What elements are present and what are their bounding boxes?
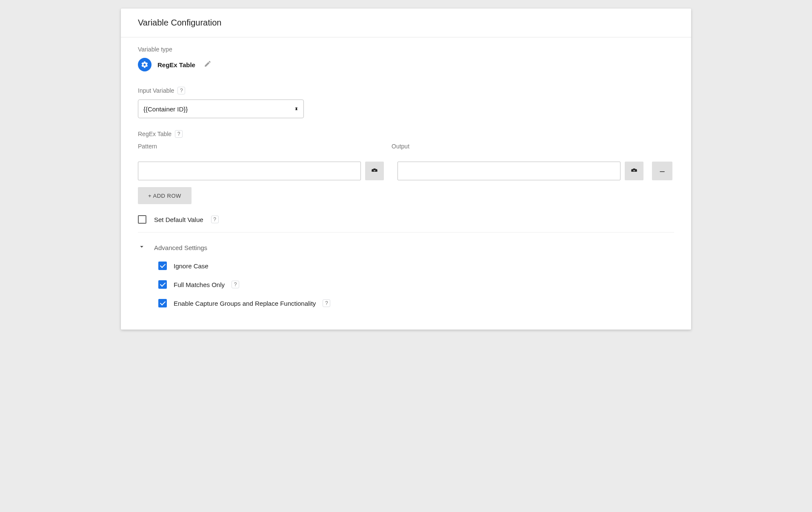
advanced-settings-toggle[interactable]: Advanced Settings [138,243,674,252]
variable-type-row: RegEx Table [138,58,674,71]
advanced-settings-title: Advanced Settings [154,244,207,251]
pattern-insert-variable-button[interactable] [365,162,384,180]
chevron-down-icon [138,243,146,252]
variable-config-card: Variable Configuration Variable type Reg… [121,9,691,330]
input-variable-value: {{Container ID}} [143,105,188,113]
set-default-value-label: Set Default Value [154,216,203,223]
regex-table-label-text: RegEx Table [138,131,172,137]
input-variable-label: Input Variable ? [138,87,674,94]
advanced-settings-body: Ignore Case Full Matches Only ? Enable C… [138,262,674,307]
pattern-input[interactable] [138,162,361,180]
input-variable-label-text: Input Variable [138,87,174,94]
variable-type-label: Variable type [138,46,674,53]
card-body: Variable type RegEx Table Input Variable… [121,37,691,330]
output-input[interactable] [397,162,620,180]
capture-groups-label: Enable Capture Groups and Replace Functi… [174,300,316,307]
ignore-case-label: Ignore Case [174,262,209,270]
input-variable-select[interactable]: {{Container ID}} ▲ ▼ [138,100,304,118]
regex-table-label: RegEx Table ? [138,130,674,138]
set-default-value-row: Set Default Value ? [138,215,674,224]
ignore-case-checkbox[interactable] [158,262,167,270]
capture-groups-checkbox[interactable] [158,299,167,307]
help-icon[interactable]: ? [177,87,185,94]
variable-type-name: RegEx Table [157,61,195,68]
full-matches-label: Full Matches Only [174,281,225,288]
card-header: Variable Configuration [121,9,691,37]
help-icon[interactable]: ? [323,299,330,307]
edit-icon[interactable] [204,60,212,69]
regex-table-headers: Pattern Output [138,143,674,150]
help-icon[interactable]: ? [175,130,183,138]
add-row-button[interactable]: + ADD ROW [138,187,192,204]
advanced-option-full-matches: Full Matches Only ? [158,280,674,289]
gear-icon [138,58,152,71]
divider [138,232,674,233]
regex-table-row: – [138,162,674,180]
advanced-option-capture-groups: Enable Capture Groups and Replace Functi… [158,299,674,307]
pattern-column-header: Pattern [138,143,361,150]
output-column-header: Output [392,143,615,150]
advanced-option-ignore-case: Ignore Case [158,262,674,270]
card-title: Variable Configuration [138,18,674,28]
help-icon[interactable]: ? [232,281,239,288]
remove-row-button[interactable]: – [652,162,672,180]
output-insert-variable-button[interactable] [625,162,643,180]
full-matches-checkbox[interactable] [158,280,167,289]
help-icon[interactable]: ? [211,216,219,223]
set-default-value-checkbox[interactable] [138,215,146,224]
